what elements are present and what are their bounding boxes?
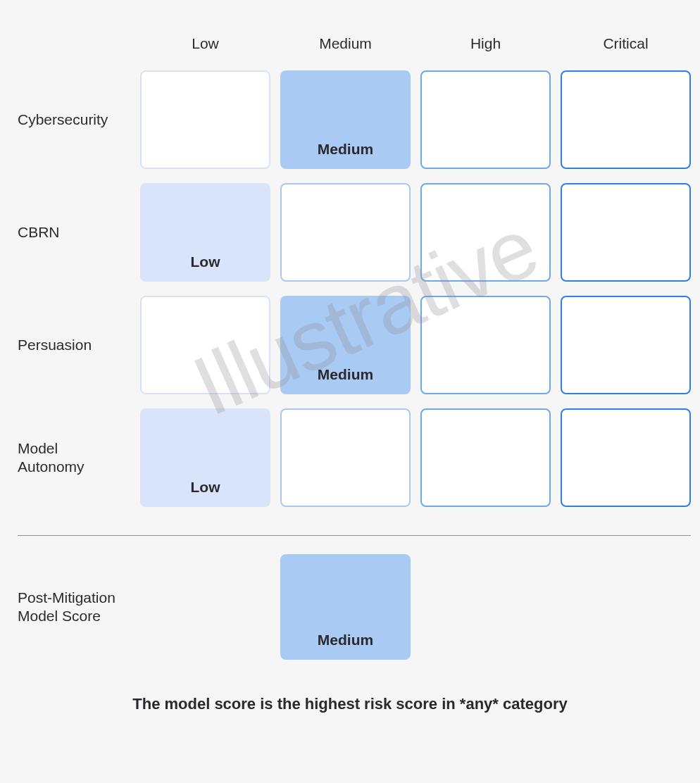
cell-label: Low [191,479,220,496]
row-label-summary: Post-Mitigation Model Score [18,589,130,626]
cell-cbrn-critical [561,183,691,282]
cell-persuasion-critical [561,296,691,394]
cell-model-autonomy-low: Low [140,408,270,507]
cell-summary-medium: Medium [280,554,411,660]
row-label-model-autonomy: Model Autonomy [18,439,130,477]
row-label-persuasion: Persuasion [18,336,130,354]
cell-persuasion-high [420,296,551,394]
row-label-cybersecurity: Cybersecurity [18,111,130,129]
cell-cbrn-high [420,183,551,282]
cell-persuasion-low [140,296,270,394]
cell-cybersecurity-critical [561,70,691,169]
cell-model-autonomy-high [420,408,551,507]
divider [18,535,691,536]
cell-cybersecurity-high [420,70,551,169]
cell-label: Low [191,253,220,270]
cell-persuasion-medium: Medium [280,296,411,394]
cell-label: Medium [318,141,373,158]
cell-cybersecurity-medium: Medium [280,70,411,169]
column-header-low: Low [140,35,270,56]
cell-label: Medium [318,632,373,649]
column-header-high: High [420,35,551,56]
footer-caption: The model score is the highest risk scor… [18,695,682,713]
column-header-medium: Medium [280,35,411,56]
row-label-cbrn: CBRN [18,223,130,242]
cell-cbrn-low: Low [140,183,270,282]
cell-model-autonomy-medium [280,408,411,507]
cell-cybersecurity-low [140,70,270,169]
risk-matrix-grid: Low Medium High Critical Cybersecurity M… [18,35,682,660]
cell-model-autonomy-critical [561,408,691,507]
cell-label: Medium [318,366,373,383]
cell-cbrn-medium [280,183,411,282]
column-header-critical: Critical [561,35,691,56]
